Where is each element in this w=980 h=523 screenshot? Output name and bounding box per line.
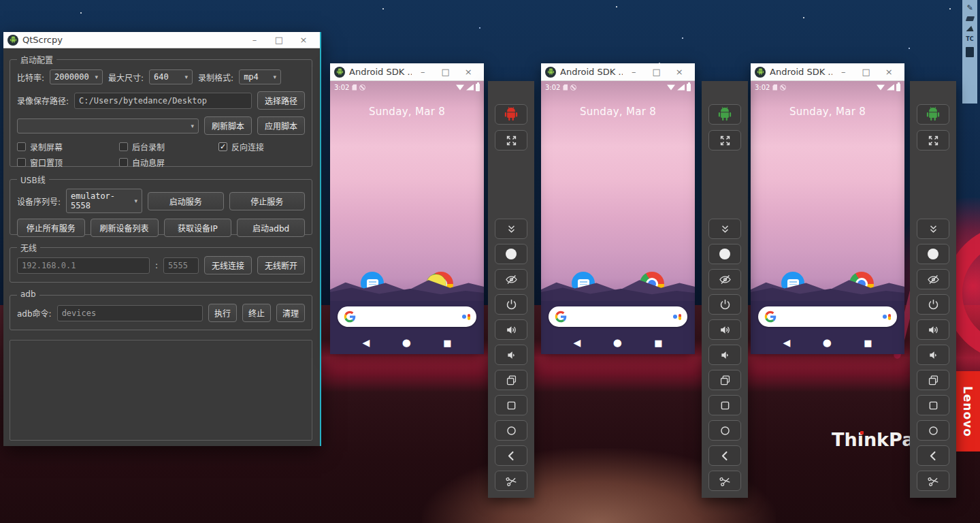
emulator-1-titlebar[interactable]: Android SDK … – □ ×: [330, 63, 484, 81]
android-recents-button[interactable]: ■: [654, 338, 662, 348]
volume-down-button[interactable]: [917, 345, 949, 365]
screen-off-button[interactable]: [708, 269, 741, 289]
android-back-button[interactable]: ◀: [362, 337, 370, 348]
maximize-button[interactable]: □: [855, 64, 878, 80]
back-button[interactable]: [917, 445, 949, 466]
choose-path-button[interactable]: 选择路径: [257, 91, 305, 110]
expand-more-button[interactable]: [917, 219, 949, 239]
app-switch-button[interactable]: [917, 370, 949, 390]
checkbox-background-record[interactable]: 后台录制: [119, 141, 213, 153]
adb-execute-button[interactable]: 执行: [208, 304, 237, 322]
android-screen[interactable]: 3:02 Sunday, Mar 8: [541, 81, 695, 354]
start-adbd-button[interactable]: 启动adbd: [237, 219, 305, 237]
android-recents-button[interactable]: ■: [443, 338, 451, 348]
serial-select[interactable]: emulator-5558 ▾: [66, 189, 142, 213]
back-button[interactable]: [708, 445, 741, 466]
adb-command-input[interactable]: [57, 305, 203, 321]
record-button[interactable]: [917, 244, 949, 264]
emulator-3-titlebar[interactable]: Android SDK … – □ ×: [751, 63, 904, 81]
close-button[interactable]: ×: [291, 32, 316, 48]
back-button[interactable]: [495, 445, 527, 466]
wireless-connect-button[interactable]: 无线连接: [204, 256, 252, 274]
minimize-button[interactable]: –: [242, 32, 267, 48]
volume-up-button[interactable]: [917, 319, 949, 340]
wireless-ip-input[interactable]: [17, 257, 150, 274]
volume-up-button[interactable]: [708, 319, 741, 340]
minimize-button[interactable]: –: [832, 64, 855, 80]
power-button[interactable]: [495, 294, 527, 315]
close-button[interactable]: ×: [457, 64, 480, 80]
home-button[interactable]: [917, 420, 949, 441]
maximize-button[interactable]: □: [434, 64, 457, 80]
android-robot-button[interactable]: [708, 104, 741, 125]
screenshot-button[interactable]: [495, 471, 527, 491]
volume-down-button[interactable]: [708, 345, 741, 365]
android-screen[interactable]: 3:02 Sunday, Mar 8: [751, 81, 904, 354]
stop-all-services-button[interactable]: 停止所有服务: [17, 219, 85, 237]
close-button[interactable]: ×: [878, 64, 901, 80]
record-button[interactable]: [708, 244, 741, 264]
script-select[interactable]: ▾: [17, 118, 199, 133]
record-format-select[interactable]: mp4 ▾: [239, 69, 281, 84]
adb-stop-button[interactable]: 终止: [242, 304, 271, 322]
refresh-script-button[interactable]: 刷新脚本: [204, 116, 252, 135]
screen-off-button[interactable]: [917, 269, 949, 289]
start-service-button[interactable]: 启动服务: [148, 192, 223, 210]
minimize-button[interactable]: –: [412, 64, 435, 80]
android-robot-button[interactable]: [495, 104, 527, 125]
minimize-button[interactable]: –: [623, 64, 646, 80]
maximize-button[interactable]: □: [267, 32, 291, 48]
apply-script-button[interactable]: 应用脚本: [257, 116, 305, 135]
mic-icon[interactable]: [673, 314, 681, 320]
android-home-button[interactable]: ●: [823, 336, 832, 349]
power-button[interactable]: [917, 294, 949, 315]
fullscreen-button[interactable]: [917, 130, 949, 150]
mic-icon[interactable]: [462, 314, 470, 320]
emulator-2-titlebar[interactable]: Android SDK … – □ ×: [541, 63, 695, 81]
checkbox-reverse-connection[interactable]: ✓ 反向连接: [218, 141, 264, 153]
android-home-button[interactable]: ●: [402, 336, 411, 349]
android-recents-button[interactable]: ■: [864, 338, 872, 348]
highlighter-icon[interactable]: [966, 26, 974, 31]
qtscrcpy-titlebar[interactable]: QtScrcpy – □ ×: [3, 32, 320, 48]
android-home-button[interactable]: ●: [613, 336, 622, 349]
checkbox-auto-screen-off[interactable]: 自动息屏: [119, 157, 165, 168]
checkbox-window-on-top[interactable]: 窗口置顶: [17, 157, 114, 168]
recents-button[interactable]: [708, 395, 741, 415]
google-search-bar[interactable]: [338, 306, 476, 327]
fullscreen-button[interactable]: [495, 130, 527, 150]
home-button[interactable]: [495, 420, 527, 441]
power-button[interactable]: [708, 294, 741, 315]
close-button[interactable]: ×: [668, 64, 691, 80]
wireless-disconnect-button[interactable]: 无线断开: [257, 256, 305, 274]
stop-service-button[interactable]: 停止服务: [229, 192, 305, 210]
get-device-ip-button[interactable]: 获取设备IP: [164, 219, 232, 237]
android-robot-button[interactable]: [917, 104, 949, 125]
expand-more-button[interactable]: [708, 219, 741, 239]
pencil-icon[interactable]: ✎: [966, 4, 973, 12]
google-search-bar[interactable]: [758, 306, 897, 327]
android-back-button[interactable]: ◀: [573, 337, 581, 348]
record-button[interactable]: [495, 244, 527, 264]
maximize-button[interactable]: □: [645, 64, 668, 80]
recents-button[interactable]: [495, 395, 527, 415]
volume-up-button[interactable]: [495, 319, 527, 340]
screen-off-button[interactable]: [495, 269, 527, 289]
home-button[interactable]: [708, 420, 741, 441]
app-switch-button[interactable]: [708, 370, 741, 390]
screenshot-button[interactable]: [708, 471, 741, 491]
eraser-icon[interactable]: [965, 16, 974, 21]
save-path-input[interactable]: [74, 93, 252, 109]
android-back-button[interactable]: ◀: [783, 337, 790, 348]
wireless-port-input[interactable]: [163, 257, 199, 274]
android-screen[interactable]: 3:02 Sunday, Mar 8: [330, 81, 484, 354]
volume-down-button[interactable]: [495, 345, 527, 365]
adb-clear-button[interactable]: 清理: [276, 304, 305, 322]
bitrate-select[interactable]: 2000000 ▾: [50, 69, 103, 84]
screenshot-button[interactable]: [917, 471, 949, 491]
mic-icon[interactable]: [883, 314, 891, 320]
max-size-select[interactable]: 640 ▾: [149, 69, 193, 84]
color-swatch-icon[interactable]: [966, 47, 974, 57]
fullscreen-button[interactable]: [708, 130, 741, 150]
expand-more-button[interactable]: [495, 219, 527, 239]
